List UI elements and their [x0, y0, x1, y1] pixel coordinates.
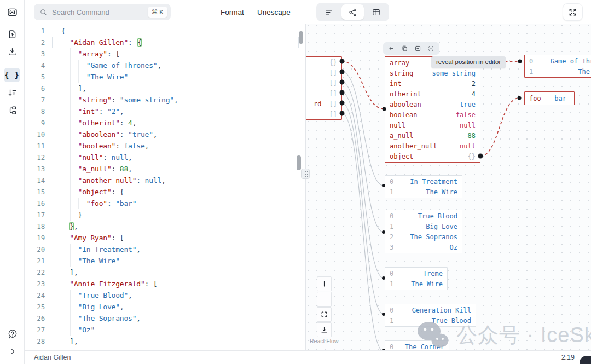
main-node[interactable]: arraystringsome stringint2otherint4abool… [385, 56, 480, 163]
editor-scroll-marker[interactable] [297, 155, 301, 170]
node-row[interactable]: rd[] [306, 99, 341, 109]
graph-nodes-icon[interactable] [4, 103, 20, 117]
node-row[interactable]: 1The Wire [385, 279, 447, 289]
editor-scrollbar-thumb[interactable] [299, 31, 303, 44]
graph-view-button[interactable] [341, 4, 364, 20]
table-view-button[interactable] [365, 4, 387, 20]
code-line[interactable]: 8 "int": "2", [25, 106, 305, 117]
code-line[interactable]: 7 "string": "some string", [25, 94, 305, 106]
array-child-node[interactable]: 0Game of Thrones1The Wire [524, 55, 591, 78]
download-image-button[interactable] [317, 322, 332, 337]
code-line[interactable]: 4 "Game of Thrones", [25, 60, 305, 71]
code-token: , [145, 142, 149, 150]
code-token: : [136, 176, 144, 184]
graph-panel[interactable]: {}[][][]rd[][] arraystringsome stringint… [306, 24, 591, 350]
node-row[interactable]: 0Game of Thrones [525, 56, 591, 66]
copy-icon[interactable] [401, 45, 408, 52]
list-node[interactable]: 0Treme1The Wire [385, 267, 448, 290]
fullscreen-button[interactable] [563, 3, 583, 21]
node-row[interactable]: int2 [385, 78, 480, 89]
list-node[interactable]: 0In Treatment1The Wire [385, 175, 462, 198]
code-token: ], [61, 84, 86, 93]
code-line[interactable]: 11 "boolean": false, [25, 140, 305, 152]
node-row[interactable]: 0True Blood [385, 211, 462, 221]
node-row[interactable]: 1The Wire [385, 187, 462, 197]
zoom-out-button[interactable] [317, 292, 332, 307]
back-arrow-icon[interactable] [388, 45, 395, 52]
node-row[interactable]: nullnull [385, 120, 480, 130]
code-line[interactable]: 26 "The Sopranos", [25, 313, 305, 324]
node-row[interactable]: 1The Wire [525, 66, 591, 77]
code-line[interactable]: 6 ], [25, 83, 305, 94]
import-file-icon[interactable] [4, 27, 20, 41]
code-line[interactable]: 25 "Big Love", [25, 301, 305, 313]
node-row[interactable]: otherint4 [385, 89, 480, 99]
unescape-button[interactable]: Unescape [257, 0, 291, 24]
node-row[interactable]: 2The Sopranos [385, 232, 462, 242]
code-line[interactable]: 16 "foo": "bar" [25, 198, 305, 209]
code-line[interactable]: 10 "aboolean": "true", [25, 129, 305, 140]
code-line[interactable]: 27 "Oz" [25, 324, 305, 336]
code-line[interactable]: 3 "array": [ [25, 48, 305, 60]
collapse-node-icon[interactable] [414, 45, 421, 52]
node-row[interactable]: [] [306, 78, 341, 88]
help-icon[interactable] [4, 327, 21, 341]
node-row[interactable]: a_null88 [385, 130, 480, 141]
code-line[interactable]: 18 }, [25, 221, 305, 232]
text-view-button[interactable] [318, 4, 340, 20]
code-line[interactable]: 23 "Annie Fitzgerald": [ [25, 278, 305, 290]
code-line[interactable]: 9 "otherint": 4, [25, 117, 305, 129]
node-row[interactable]: object{} [385, 151, 480, 161]
download-icon[interactable] [4, 44, 20, 59]
node-row[interactable]: 0Generation Kill [385, 305, 476, 315]
json-code-editor[interactable]: 1{2 "Aidan Gillen": {3 "array": [4 "Game… [25, 24, 305, 350]
code-line[interactable]: 19 "Amy Ryan": [ [25, 232, 305, 244]
graph-controls [317, 276, 332, 338]
code-line[interactable]: 20 "In Treatment", [25, 244, 305, 255]
react-flow-attribution[interactable]: React Flow [310, 338, 339, 344]
node-row[interactable]: abooleantrue [385, 99, 480, 109]
code-line[interactable]: 2 "Aidan Gillen": { [25, 37, 305, 48]
code-line[interactable]: 14 "another_null": null, [25, 175, 305, 186]
root-node[interactable]: {}[][][]rd[][] [306, 56, 342, 120]
code-line[interactable]: 24 "True Blood", [25, 290, 305, 301]
cursor-position: 2:19 [561, 354, 575, 361]
object-child-node[interactable]: foobar [524, 91, 575, 105]
node-row[interactable]: [] [306, 67, 341, 78]
sort-icon[interactable] [4, 85, 20, 100]
node-row[interactable]: booleanfalse [385, 109, 480, 120]
panel-resize-handle[interactable] [301, 169, 310, 179]
code-line[interactable]: 22 ], [25, 267, 305, 278]
code-line[interactable]: 17 } [25, 209, 305, 221]
node-row[interactable]: [] [306, 109, 341, 119]
format-button[interactable]: Format [221, 0, 244, 24]
fit-view-button[interactable] [317, 307, 332, 322]
node-row[interactable]: [] [306, 88, 341, 99]
code-line[interactable]: 1{ [25, 25, 305, 37]
node-index: 3 [390, 244, 393, 251]
code-line[interactable]: 13 "a_null": 88, [25, 163, 305, 175]
node-row[interactable]: 0In Treatment [385, 176, 462, 187]
focus-icon[interactable] [427, 45, 434, 52]
json-path-breadcrumb[interactable]: Aidan Gillen [34, 354, 71, 361]
node-row[interactable]: stringsome string [385, 68, 480, 78]
code-line[interactable]: 5 "The Wire" [25, 71, 305, 83]
code-line[interactable]: 21 "The Wire" [25, 255, 305, 267]
code-line[interactable]: 28 ], [25, 336, 305, 347]
code-line[interactable]: 12 "null": null, [25, 152, 305, 163]
node-row[interactable]: 3Oz [385, 242, 462, 252]
zoom-in-button[interactable] [317, 276, 332, 291]
app-logo-icon[interactable] [4, 5, 20, 19]
node-row[interactable]: 0Treme [385, 268, 447, 279]
search-command-input[interactable]: Search Command ⌘ K [34, 4, 171, 20]
node-row[interactable]: foobar [525, 93, 574, 103]
node-row[interactable]: 1Big Love [385, 221, 462, 232]
braces-view-icon[interactable]: { } [4, 68, 20, 82]
node-row[interactable]: {} [306, 57, 341, 67]
text-lines-icon [325, 8, 334, 17]
line-number: 21 [25, 255, 52, 267]
list-node[interactable]: 0True Blood1Big Love2The Sopranos3Oz [385, 210, 462, 253]
node-row[interactable]: another_nullnull [385, 141, 480, 151]
code-line[interactable]: 15 "object": { [25, 186, 305, 198]
collapse-sidebar-chevron-icon[interactable] [4, 344, 21, 359]
